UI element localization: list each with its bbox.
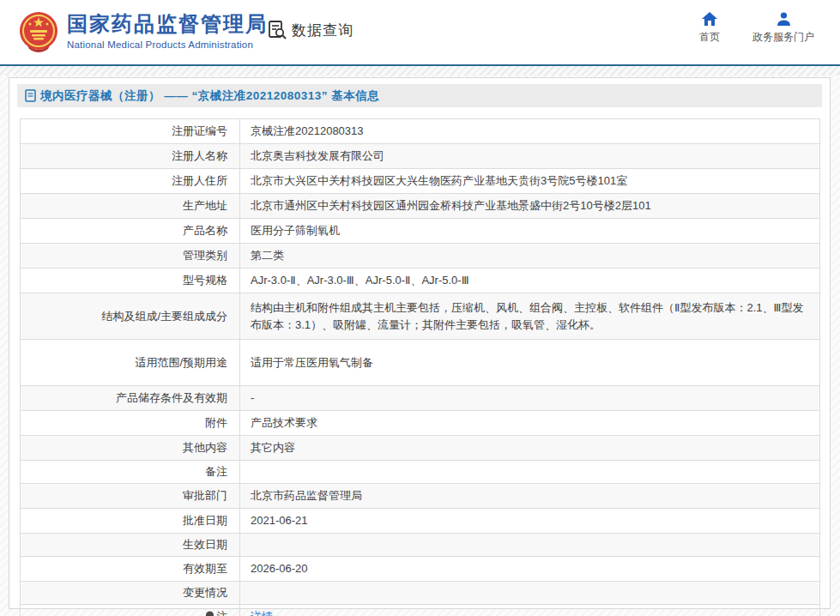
home-icon [702,12,717,26]
info-table: 注册证编号京械注准20212080313注册人名称北京奥吉科技发展有限公司注册人… [20,118,820,616]
field-label: 产品储存条件及有效期 [21,386,240,411]
field-label: 备注 [21,461,240,484]
field-label: 注册证编号 [21,119,240,144]
field-label: 适用范围/预期用途 [21,340,240,386]
field-label: 变更情况 [21,582,240,605]
field-value: 产品技术要求 [240,411,820,436]
field-value [240,582,820,605]
field-label: 附件 [21,411,240,436]
page-background: 境内医疗器械（注册） —— “京械注准20212080313” 基本信息 注册证… [0,75,840,616]
national-emblem-logo [19,11,58,52]
field-label: 结构及组成/主要组成成分 [21,293,240,340]
document-icon [25,89,36,102]
info-table-body: 注册证编号京械注准20212080313注册人名称北京奥吉科技发展有限公司注册人… [21,119,820,616]
site-header: 国家药品监督管理局 National Medical Products Admi… [0,0,840,64]
user-icon [777,12,791,26]
page-title: 境内医疗器械（注册） —— “京械注准20212080313” 基本信息 [40,88,379,104]
table-row: 批准日期2021-06-21 [21,509,820,534]
nav-home-label: 首页 [699,30,720,45]
page-title-bar: 境内医疗器械（注册） —— “京械注准20212080313” 基本信息 [17,84,822,107]
field-value [240,461,820,484]
document-search-icon [266,19,288,41]
agency-name-cn: 国家药品监督管理局 [67,11,268,37]
table-row: 有效期至2026-06-20 [21,557,820,582]
field-value: 详情 [240,605,820,616]
field-value: 其它内容 [240,436,820,461]
table-row: 适用范围/预期用途适用于常压医用氧气制备 [21,340,820,386]
table-row: 型号规格AJr-3.0-Ⅱ、AJr-3.0-Ⅲ、AJr-5.0-Ⅱ、AJr-5.… [21,269,820,293]
field-label: 有效期至 [21,557,240,582]
field-label: 生产地址 [21,194,240,219]
header-nav: 首页 政务服务门户 [699,12,814,45]
table-row: 变更情况 [21,582,820,605]
field-value: 京械注准20212080313 [240,119,820,144]
details-link[interactable]: 详情 [251,610,273,616]
table-row: 其他内容其它内容 [21,436,820,461]
field-label: 管理类别 [21,244,240,269]
nav-portal[interactable]: 政务服务门户 [752,12,814,45]
table-row: 审批部门北京市药品监督管理局 [21,484,820,509]
table-row: 管理类别第二类 [21,244,820,269]
table-row: 注详情 [21,605,820,616]
field-value: 北京市药品监督管理局 [240,484,820,509]
field-value [240,534,820,557]
field-label: 审批部门 [21,484,240,509]
table-row: 备注 [21,461,820,484]
table-row: 注册证编号京械注准20212080313 [21,119,820,144]
field-value: 北京市通州区中关村科技园区通州园金桥科技产业基地景盛中街2号10号楼2层101 [240,194,820,219]
table-row: 注册人名称北京奥吉科技发展有限公司 [21,144,820,169]
field-label: 型号规格 [21,269,240,293]
stripe-band [0,66,840,75]
field-value: 2026-06-20 [240,557,820,582]
field-value: 结构由主机和附件组成其主机主要包括，压缩机、风机、组合阀、主控板、软件组件（Ⅱ型… [240,293,820,340]
field-label: 产品名称 [21,219,240,244]
field-value: AJr-3.0-Ⅱ、AJr-3.0-Ⅲ、AJr-5.0-Ⅱ、AJr-5.0-Ⅲ [240,269,820,293]
field-value: 北京市大兴区中关村科技园区大兴生物医药产业基地天贵街3号院5号楼101室 [240,169,820,194]
field-value: 2021-06-21 [240,509,820,534]
field-label: 注册人名称 [21,144,240,169]
nav-home[interactable]: 首页 [699,12,720,45]
table-row: 生产地址北京市通州区中关村科技园区通州园金桥科技产业基地景盛中街2号10号楼2层… [21,194,820,219]
table-row: 附件产品技术要求 [21,411,820,436]
field-value: 适用于常压医用氧气制备 [240,340,820,386]
field-value: - [240,386,820,411]
field-value: 医用分子筛制氧机 [240,219,820,244]
field-label: 注册人住所 [21,169,240,194]
table-row: 产品储存条件及有效期- [21,386,820,411]
agency-title-block: 国家药品监督管理局 National Medical Products Admi… [67,11,268,50]
field-value: 第二类 [240,244,820,269]
data-query-nav[interactable]: 数据查询 [266,19,354,41]
agency-name-en: National Medical Products Administration [67,39,268,50]
data-query-label: 数据查询 [292,21,354,40]
note-icon [205,611,215,616]
field-value: 北京奥吉科技发展有限公司 [240,144,820,169]
field-label: 生效日期 [21,534,240,557]
table-row: 注册人住所北京市大兴区中关村科技园区大兴生物医药产业基地天贵街3号院5号楼101… [21,169,820,194]
field-label: 注 [21,605,240,616]
content-panel: 境内医疗器械（注册） —— “京械注准20212080313” 基本信息 注册证… [9,77,831,609]
field-label: 其他内容 [21,436,240,461]
table-row: 生效日期 [21,534,820,557]
table-row: 结构及组成/主要组成成分结构由主机和附件组成其主机主要包括，压缩机、风机、组合阀… [21,293,820,340]
nav-portal-label: 政务服务门户 [752,30,814,45]
field-label: 批准日期 [21,509,240,534]
table-row: 产品名称医用分子筛制氧机 [21,219,820,244]
